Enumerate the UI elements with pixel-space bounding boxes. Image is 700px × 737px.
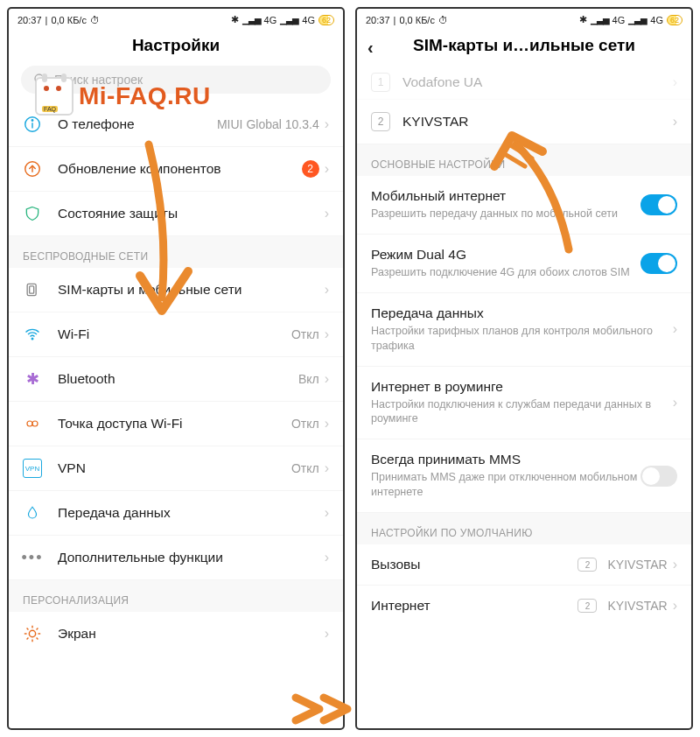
row-title: Интернет [371, 598, 574, 614]
row-sim1[interactable]: 1 Vodafone UA › [357, 66, 691, 100]
row-label: Экран [58, 626, 319, 642]
row-security-status[interactable]: Состояние защиты › [9, 192, 343, 236]
row-sub: Настройки тарифных планов для контроля м… [371, 324, 668, 354]
alarm-icon: ⏱ [438, 15, 448, 25]
row-sub: Принимать MMS даже при отключенном мобил… [371, 470, 640, 500]
row-title: Передача данных [371, 305, 668, 321]
chevron-right-icon: › [325, 550, 329, 565]
signal-icon: ▁▃▅ [591, 15, 609, 25]
row-display[interactable]: Экран › [9, 612, 343, 656]
chevron-right-icon: › [673, 598, 677, 614]
drop-icon [23, 503, 42, 523]
toggle-switch[interactable] [640, 253, 677, 274]
chevron-right-icon: › [325, 460, 329, 476]
row-bluetooth[interactable]: ✱ Bluetooth Вкл › [9, 357, 343, 402]
sim-slot-icon: 2 [371, 112, 390, 131]
row-roaming[interactable]: Интернет в роуминге Настройки подключени… [357, 367, 691, 440]
status-4g-2: 4G [302, 15, 315, 25]
row-wifi[interactable]: Wi-Fi Откл › [9, 312, 343, 357]
section-defaults: НАСТРОЙКИ ПО УМОЛЧАНИЮ [357, 513, 691, 544]
bluetooth-icon: ✱ [23, 369, 42, 389]
row-sim2[interactable]: 2 KYIVSTAR › [357, 100, 691, 144]
sim-icon [23, 280, 42, 299]
row-label: KYIVSTAR [402, 114, 668, 130]
back-button[interactable]: ‹ [368, 38, 374, 58]
row-sub: Разрешить передачу данных по мобильной с… [371, 207, 640, 221]
svg-line-20 [37, 628, 38, 630]
svg-rect-8 [30, 286, 34, 293]
svg-point-9 [32, 338, 33, 340]
section-wireless: БЕСПРОВОДНЫЕ СЕТИ [9, 236, 343, 268]
section-personalization: ПЕРСОНАЛИЗАЦИЯ [9, 580, 343, 612]
chevron-right-icon: › [673, 74, 677, 90]
chevron-right-icon: › [325, 282, 329, 298]
signal-icon: ▁▃▅ [628, 15, 647, 25]
page-title: Настройки [9, 27, 343, 66]
row-more[interactable]: ••• Дополнительные функции › [9, 536, 343, 580]
row-title: Интернет в роуминге [371, 379, 668, 395]
phone-right: 20:37 | 0,0 КБ/с ⏱ ✱ ▁▃▅ 4G ▁▃▅ 4G 62 ‹ … [355, 7, 693, 730]
row-vpn[interactable]: VPN VPN Откл › [9, 446, 343, 491]
row-mobile-internet[interactable]: Мобильный интернет Разрешить передачу да… [357, 176, 691, 235]
row-label: Точка доступа Wi-Fi [58, 416, 284, 432]
search-placeholder: Поиск настроек [54, 73, 143, 87]
row-label: Передача данных [58, 505, 319, 521]
svg-point-10 [27, 421, 32, 426]
svg-point-12 [29, 630, 35, 636]
row-title: Всегда принимать MMS [371, 452, 640, 467]
row-value: KYIVSTAR [607, 558, 667, 572]
status-4g-2: 4G [650, 15, 663, 25]
status-time: 20:37 [18, 15, 42, 25]
row-about-phone[interactable]: О телефоне MIUI Global 10.3.4 › [9, 102, 343, 147]
update-icon [23, 159, 42, 179]
chevron-right-icon: › [325, 206, 329, 221]
status-time: 20:37 [366, 15, 390, 25]
row-title: Мобильный интернет [371, 188, 640, 204]
wifi-icon [23, 325, 42, 344]
row-sim-cards[interactable]: SIM-карты и мобильные сети › [9, 268, 343, 312]
row-hotspot[interactable]: Точка доступа Wi-Fi Откл › [9, 402, 343, 446]
row-data-usage[interactable]: Передача данных › [9, 491, 343, 536]
sim-slot-icon: 1 [371, 73, 390, 92]
signal-icon: ▁▃▅ [280, 15, 298, 25]
chevron-right-icon: › [325, 326, 329, 342]
status-4g-1: 4G [264, 15, 277, 25]
row-dual-4g[interactable]: Режим Dual 4G Разрешить подключение 4G д… [357, 235, 691, 293]
row-title: Вызовы [371, 557, 574, 572]
row-label: VPN [58, 460, 284, 476]
vpn-icon: VPN [23, 459, 42, 478]
row-update[interactable]: Обновление компонентов 2 › [9, 147, 343, 192]
row-default-calls[interactable]: Вызовы 2 KYIVSTAR › [357, 544, 691, 586]
sim-slot-icon: 2 [578, 558, 597, 572]
row-label: Состояние защиты [58, 206, 319, 221]
info-icon [23, 115, 42, 134]
search-input[interactable]: Поиск настроек [21, 66, 331, 94]
svg-line-19 [27, 638, 29, 640]
chevron-right-icon: › [673, 395, 677, 411]
row-data-usage[interactable]: Передача данных Настройки тарифных плано… [357, 293, 691, 367]
row-label: Обновление компонентов [58, 161, 297, 177]
row-value: Откл [291, 461, 319, 475]
row-value: Откл [291, 327, 319, 341]
page-title: ‹ SIM-карты и…ильные сети [357, 27, 691, 66]
row-label: Wi-Fi [58, 326, 284, 342]
signal-icon: ▁▃▅ [242, 15, 261, 25]
row-value: Откл [291, 417, 319, 431]
toggle-switch[interactable] [640, 466, 677, 487]
row-value: KYIVSTAR [607, 599, 667, 613]
bluetooth-icon: ✱ [231, 14, 239, 25]
chevron-right-icon: › [325, 116, 329, 132]
chevron-right-icon: › [325, 416, 329, 432]
bluetooth-icon: ✱ [579, 14, 587, 25]
row-label: О телефоне [58, 116, 210, 132]
hotspot-icon [23, 414, 42, 433]
row-default-internet[interactable]: Интернет 2 KYIVSTAR › [357, 586, 691, 626]
chevron-right-icon: › [673, 557, 677, 572]
chevron-right-icon: › [673, 114, 677, 130]
status-bar: 20:37 | 0,0 КБ/с ⏱ ✱ ▁▃▅ 4G ▁▃▅ 4G 62 [357, 9, 691, 27]
section-main: ОСНОВНЫЕ НАСТРОЙКИ [357, 144, 691, 176]
row-sub: Разрешить подключение 4G для обоих слото… [371, 265, 640, 280]
battery-icon: 62 [667, 15, 682, 25]
toggle-switch[interactable] [640, 194, 677, 215]
row-mms[interactable]: Всегда принимать MMS Принимать MMS даже … [357, 439, 691, 513]
